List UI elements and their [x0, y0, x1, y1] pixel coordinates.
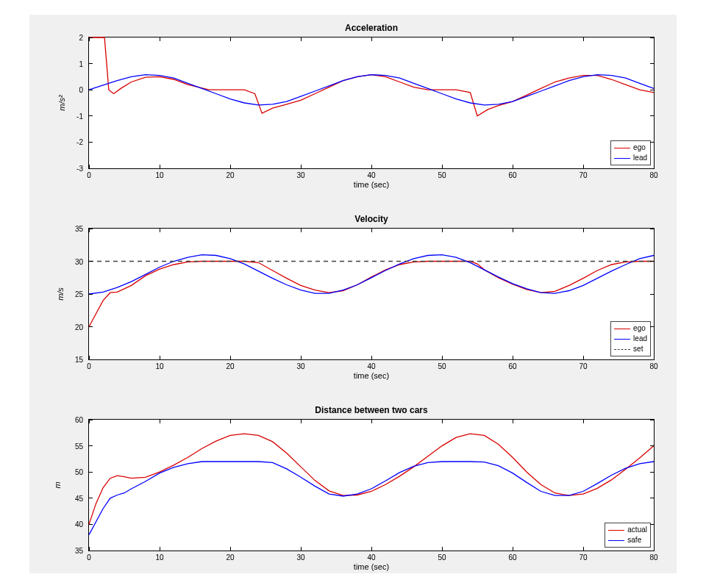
x-tick-label: 50 — [438, 553, 446, 562]
y-tick-label: 20 — [75, 323, 83, 331]
legend-item-lead: lead — [614, 334, 647, 344]
x-tick-label: 20 — [226, 362, 234, 370]
y-tick-label: 0 — [79, 86, 83, 94]
x-tick-label: 50 — [438, 362, 446, 370]
axes-velocity: Velocity m/s time (sec) egoleadset 01020… — [88, 228, 655, 360]
x-tick-label: 30 — [296, 553, 304, 562]
x-tick-label: 30 — [296, 171, 304, 179]
y-tick-label: 25 — [75, 290, 83, 298]
y-tick-label: 45 — [75, 494, 83, 502]
legend-item-actual: actual — [608, 525, 647, 535]
y-tick-label: 30 — [75, 257, 83, 265]
legend-item-ego: ego — [614, 323, 647, 334]
x-tick-label: 60 — [508, 171, 516, 179]
y-axis-label: m — [53, 481, 62, 488]
legend: egolead — [610, 140, 651, 165]
x-tick-label: 20 — [226, 553, 234, 562]
x-tick-label: 0 — [87, 171, 91, 179]
x-tick-label: 80 — [649, 171, 657, 179]
x-tick-label: 0 — [87, 553, 91, 562]
x-tick-label: 60 — [508, 553, 516, 562]
x-tick-label: 10 — [155, 553, 163, 562]
y-tick-label: -2 — [76, 138, 83, 146]
y-tick-label: 40 — [75, 520, 83, 528]
series-lead — [89, 255, 654, 294]
x-tick-label: 70 — [579, 362, 587, 370]
series-safe — [89, 462, 654, 535]
plot-area — [89, 37, 654, 168]
series-ego — [89, 262, 654, 327]
legend-item-ego: ego — [614, 143, 647, 153]
y-axis-label: m/s — [56, 287, 65, 301]
figure-panel: Acceleration m/s² time (sec) egolead 010… — [29, 15, 677, 573]
series-ego — [89, 37, 654, 116]
x-tick-label: 80 — [649, 362, 657, 370]
y-axis-label: m/s² — [57, 95, 66, 110]
y-tick-label: -3 — [76, 165, 83, 173]
axes-acceleration: Acceleration m/s² time (sec) egolead 010… — [88, 37, 655, 169]
chart-title: Velocity — [89, 214, 654, 224]
y-tick-label: 55 — [75, 442, 83, 450]
y-tick-label: -1 — [76, 112, 83, 120]
axes-distance: Distance between two cars m time (sec) a… — [88, 419, 655, 551]
x-tick-label: 70 — [579, 171, 587, 179]
x-tick-label: 40 — [367, 553, 375, 562]
y-tick-label: 35 — [75, 225, 83, 233]
x-tick-label: 10 — [155, 362, 163, 370]
legend: actualsafe — [605, 523, 651, 548]
y-tick-label: 35 — [75, 547, 83, 555]
legend-item-set: set — [614, 344, 647, 354]
x-axis-label: time (sec) — [89, 371, 654, 380]
x-tick-label: 10 — [155, 171, 163, 179]
x-tick-label: 40 — [367, 362, 375, 370]
legend: egoleadset — [610, 321, 651, 356]
x-tick-label: 0 — [87, 362, 91, 370]
plot-area — [89, 229, 654, 359]
y-tick-label: 1 — [79, 60, 83, 68]
x-axis-label: time (sec) — [89, 180, 654, 189]
legend-item-safe: safe — [608, 535, 647, 545]
x-tick-label: 40 — [367, 171, 375, 179]
x-axis-label: time (sec) — [89, 562, 654, 571]
x-tick-label: 60 — [508, 362, 516, 370]
legend-item-lead: lead — [614, 153, 647, 163]
x-tick-label: 50 — [438, 171, 446, 179]
x-tick-label: 20 — [226, 171, 234, 179]
x-tick-label: 30 — [296, 362, 304, 370]
x-tick-label: 80 — [649, 553, 657, 562]
y-tick-label: 15 — [75, 356, 83, 364]
plot-area — [89, 420, 654, 551]
chart-title: Acceleration — [89, 23, 654, 33]
y-tick-label: 60 — [75, 416, 83, 424]
chart-title: Distance between two cars — [89, 405, 654, 415]
y-tick-label: 2 — [79, 34, 83, 42]
series-actual — [89, 434, 654, 524]
x-tick-label: 70 — [579, 553, 587, 562]
y-tick-label: 50 — [75, 468, 83, 476]
